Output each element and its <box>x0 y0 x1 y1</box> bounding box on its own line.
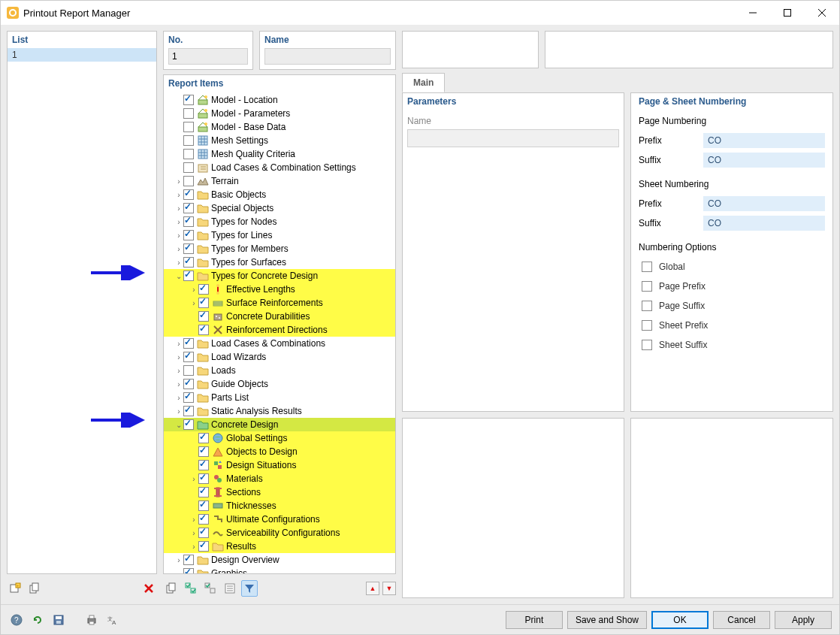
help-button[interactable]: ? <box>8 612 25 628</box>
move-down-button[interactable]: ▼ <box>382 582 396 595</box>
tree-item[interactable]: ›Loads <box>164 364 395 377</box>
save-button[interactable] <box>50 612 67 628</box>
tree-checkbox[interactable] <box>183 379 194 389</box>
tree-checkbox[interactable] <box>198 514 209 525</box>
tree-item[interactable]: Thicknesses <box>164 499 395 513</box>
expand-icon[interactable]: › <box>174 407 183 416</box>
tree-item[interactable]: ›Serviceability Configurations <box>164 526 395 540</box>
maximize-button[interactable] <box>770 1 805 25</box>
tree-checkbox[interactable] <box>183 189 194 200</box>
no-input[interactable] <box>168 48 248 65</box>
list-body[interactable]: 1 <box>8 48 156 573</box>
param-name-input[interactable] <box>407 129 619 147</box>
tree-item[interactable]: Concrete Durabilities <box>164 310 395 323</box>
expand-icon[interactable]: › <box>174 394 183 402</box>
tree-checkbox[interactable] <box>198 487 209 497</box>
collapse-icon[interactable]: ⌄ <box>174 272 183 280</box>
tree-item[interactable]: ›Parts List <box>164 391 395 404</box>
tree-item[interactable]: Model - Base Data <box>164 120 395 134</box>
report-items-tree[interactable]: Model - LocationModel - ParametersModel … <box>164 92 395 573</box>
expand-icon[interactable]: › <box>174 218 183 226</box>
tree-checkbox[interactable] <box>183 568 194 573</box>
tree-checkbox[interactable] <box>183 392 194 403</box>
tree-item[interactable]: Model - Location <box>164 93 395 107</box>
expand-icon[interactable]: › <box>189 543 198 551</box>
check-all-button[interactable] <box>183 580 199 597</box>
refresh-button[interactable] <box>29 612 46 628</box>
tree-item[interactable]: Graphics <box>164 567 395 573</box>
tree-checkbox[interactable] <box>198 528 209 538</box>
move-up-button[interactable]: ▲ <box>366 582 379 595</box>
collapse-icon[interactable]: ⌄ <box>174 421 183 429</box>
uncheck-all-button[interactable] <box>202 580 219 597</box>
page-prefix-checkbox[interactable] <box>642 281 652 292</box>
tree-item[interactable]: ›Load Wizards <box>164 350 395 364</box>
page-prefix-input[interactable] <box>703 133 825 148</box>
sheet-suffix-checkbox[interactable] <box>642 340 652 350</box>
tree-item[interactable]: Mesh Quality Criteria <box>164 147 395 161</box>
save-and-show-button[interactable]: Save and Show <box>567 611 647 629</box>
tree-item[interactable]: ›Ultimate Configurations <box>164 513 395 526</box>
expand-icon[interactable]: › <box>174 177 183 186</box>
tree-item[interactable]: ›Basic Objects <box>164 188 395 201</box>
tree-item[interactable]: Model - Parameters <box>164 107 395 120</box>
expand-icon[interactable]: › <box>174 245 183 253</box>
tree-checkbox[interactable] <box>183 555 194 565</box>
minimize-button[interactable] <box>736 1 770 25</box>
apply-button[interactable]: Apply <box>775 611 832 629</box>
tree-item[interactable]: ›Types for Lines <box>164 228 395 242</box>
tree-checkbox[interactable] <box>183 149 194 159</box>
expand-icon[interactable]: › <box>174 380 183 389</box>
tree-item[interactable]: Objects to Design <box>164 445 395 458</box>
tree-checkbox[interactable] <box>183 122 194 132</box>
tree-checkbox[interactable] <box>198 433 209 443</box>
cancel-button[interactable]: Cancel <box>713 611 770 629</box>
filter-button[interactable] <box>241 580 258 597</box>
tree-checkbox[interactable] <box>198 284 209 295</box>
close-button[interactable] <box>805 1 839 25</box>
tree-item[interactable]: ›Design Overview <box>164 553 395 567</box>
tree-checkbox[interactable] <box>198 298 209 308</box>
tree-item[interactable]: Sections <box>164 485 395 499</box>
tree-item[interactable]: Reinforcement Directions <box>164 323 395 337</box>
tree-checkbox[interactable] <box>183 243 194 254</box>
tree-item[interactable]: Global Settings <box>164 431 395 445</box>
list-item[interactable]: 1 <box>8 48 156 62</box>
expand-icon[interactable]: › <box>189 286 198 294</box>
tree-checkbox[interactable] <box>198 460 209 470</box>
expand-icon[interactable]: › <box>174 353 183 361</box>
tree-checkbox[interactable] <box>183 108 194 119</box>
sheet-suffix-input[interactable] <box>703 216 825 231</box>
tree-item[interactable]: ›Static Analysis Results <box>164 404 395 418</box>
copy-item-button[interactable] <box>26 580 43 597</box>
tree-item[interactable]: ›Terrain <box>164 174 395 188</box>
copy-tree-button[interactable] <box>163 580 180 597</box>
tree-checkbox[interactable] <box>183 365 194 376</box>
tree-checkbox[interactable] <box>183 162 194 173</box>
ok-button[interactable]: OK <box>651 611 709 629</box>
tree-item[interactable]: ›Types for Nodes <box>164 215 395 228</box>
tree-checkbox[interactable] <box>183 271 194 281</box>
tree-checkbox[interactable] <box>183 216 194 227</box>
tree-item[interactable]: ⌄Concrete Design <box>164 418 395 431</box>
tree-checkbox[interactable] <box>198 311 209 322</box>
expand-icon[interactable]: › <box>174 191 183 199</box>
tree-checkbox[interactable] <box>183 257 194 268</box>
expand-icon[interactable]: › <box>174 231 183 240</box>
list-settings-button[interactable] <box>222 580 238 597</box>
tree-checkbox[interactable] <box>183 176 194 186</box>
tree-checkbox[interactable] <box>183 135 194 146</box>
tree-item[interactable]: Mesh Settings <box>164 134 395 147</box>
expand-icon[interactable]: › <box>189 516 198 524</box>
tab-main[interactable]: Main <box>402 73 445 92</box>
tree-checkbox[interactable] <box>183 419 194 430</box>
tree-item[interactable]: ›Surface Reinforcements <box>164 296 395 310</box>
page-suffix-input[interactable] <box>703 153 825 168</box>
expand-icon[interactable]: › <box>174 204 183 213</box>
name-input[interactable] <box>264 48 391 65</box>
tree-checkbox[interactable] <box>183 338 194 349</box>
tree-item[interactable]: ›Types for Members <box>164 242 395 256</box>
tree-item[interactable]: ›Guide Objects <box>164 377 395 391</box>
tree-checkbox[interactable] <box>198 325 209 335</box>
sheet-prefix-input[interactable] <box>703 196 825 211</box>
